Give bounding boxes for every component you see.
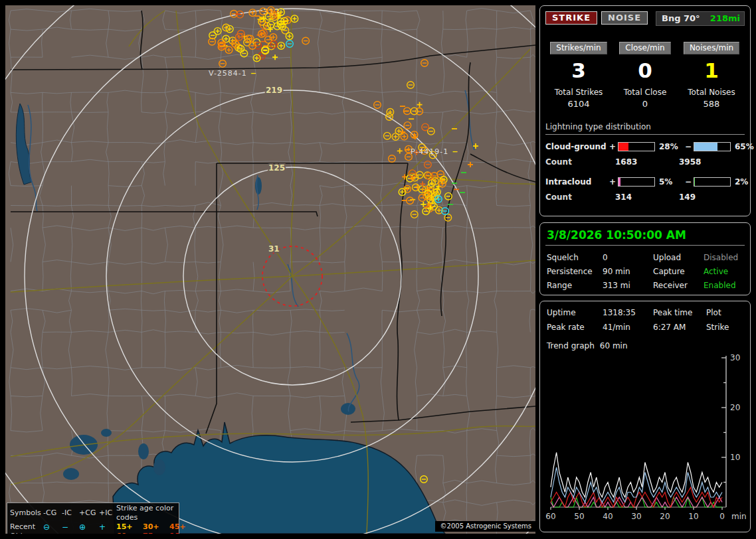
total-close-label: Total Close [612, 88, 678, 97]
strike-tab-button[interactable]: STRIKE [545, 11, 597, 25]
age-15: 15+ [116, 522, 143, 532]
y-tick-label: 30 [730, 353, 740, 362]
range-label: Range [547, 281, 603, 290]
legend-recent-label: Recent [10, 522, 43, 532]
recent-ic-minus-icon: − [62, 522, 79, 532]
old-cg-plus-icon: ⊕ [79, 532, 99, 534]
age-30: 30+ [143, 522, 169, 532]
storm-cell-label: V-2584-1− [209, 69, 257, 78]
minus-sign: − [684, 142, 692, 151]
legend-col-+cg: +CG [79, 508, 99, 518]
trend-graph-window: 60 min [600, 341, 628, 350]
x-tick-label: 0 [719, 512, 725, 521]
trend-graph-label: Trend graph [547, 341, 595, 350]
total-noises-value: 588 [678, 99, 745, 109]
legend-col-+ic: +IC [99, 508, 116, 518]
noises-per-min-chip: Noises/min [684, 42, 739, 54]
strikes-per-min-value: 3 [545, 57, 612, 84]
x-tick-label: 50 [574, 512, 584, 521]
x-axis-unit: min [731, 512, 746, 521]
ic-plus-count: 314 [615, 193, 679, 202]
map-legend: Symbols -CG -IC +CG +IC Strike age color… [7, 502, 179, 534]
cloud-ground-counts: Count 1683 3958 [545, 157, 745, 167]
y-tick-label: 20 [730, 403, 740, 412]
peak-rate-label: Peak rate [547, 323, 603, 332]
cg-minus-pct: 65% [732, 142, 756, 151]
ic-plus-bar [618, 177, 655, 187]
x-tick-label: 60 [545, 512, 555, 521]
ic-minus-count: 149 [679, 193, 752, 202]
status-panel: 3/8/2026 10:50:00 AM Squelch 0 Upload Di… [539, 222, 751, 295]
ring-label-219: 219 [266, 86, 282, 95]
receiver-label: Receiver [653, 281, 704, 290]
plus-sign: + [609, 142, 616, 151]
ic-minus-pct: 2% [732, 177, 756, 187]
age-60: 60+ [116, 532, 143, 534]
recent-cg-plus-icon: ⊕ [79, 522, 99, 532]
x-tick-label: 10 [688, 512, 698, 521]
capture-value: Active [704, 267, 745, 276]
old-ic-minus-icon: − [62, 532, 79, 534]
peak-time-label: Peak time [653, 308, 706, 317]
noise-tab-button[interactable]: NOISE [601, 11, 648, 25]
total-strikes-label: Total Strikes [545, 88, 612, 97]
ic-plus-pct: 5% [656, 177, 683, 187]
cg-plus-bar [618, 142, 655, 151]
bearing-display: Bng 70° 218mi [656, 11, 745, 26]
squelch-label: Squelch [547, 253, 603, 262]
upload-label: Upload [653, 253, 704, 262]
cg-plus-pct: 28% [656, 142, 683, 151]
intracloud-row: Intracloud + 5% − 2% [545, 177, 745, 187]
cg-minus-bar [694, 142, 731, 151]
trend-graph: 1020306050403020100min [545, 353, 746, 524]
upload-value: Disabled [704, 253, 745, 262]
lake [255, 177, 262, 194]
uptime-label: Uptime [547, 308, 603, 317]
app-window: 313 219 125 31 V-2584-1−P-4419-1− Symbol… [0, 0, 756, 539]
legend-old-label: Old [10, 532, 43, 534]
cloud-ground-row: Cloud-ground + 28% − 65% [545, 142, 745, 151]
cg-minus-bar-fill [694, 143, 717, 151]
cg-plus-bar-fill [618, 143, 628, 151]
map-canvas[interactable]: 313 219 125 31 V-2584-1−P-4419-1− [5, 5, 535, 534]
legend-age-title: Strike age color codes [116, 504, 196, 522]
ic-minus-bar-fill [694, 178, 695, 186]
age-45: 45+ [169, 522, 196, 532]
datetime-display: 3/8/2026 10:50:00 AM [545, 228, 745, 246]
recent-ic-plus-icon: + [99, 522, 116, 532]
intracloud-counts: Count 314 149 [545, 193, 745, 202]
old-cg-minus-icon: ⊖ [43, 532, 62, 534]
uptime-grid: Uptime 1318:35 Peak time Plot Peak rate … [545, 307, 745, 332]
ring-label-125: 125 [268, 163, 285, 173]
old-ic-plus-icon: + [99, 532, 116, 534]
intracloud-label: Intracloud [545, 177, 607, 187]
plot-mode-value: Strike [706, 323, 745, 332]
lake [153, 459, 165, 475]
x-tick-label: 40 [603, 512, 613, 521]
sidebar: STRIKE NOISE Bng 70° 218mi Strikes/min 3… [539, 5, 752, 534]
bearing-distance: 218mi [710, 13, 740, 23]
noises-per-min-value: 1 [678, 57, 745, 84]
peak-time-value: 6:27 AM [653, 323, 706, 332]
trend-series-total-strikes [551, 453, 722, 498]
lake [101, 429, 112, 437]
count-label: Count [545, 157, 607, 167]
legend-symbols-label: Symbols [10, 508, 43, 518]
legend-col--cg: -CG [43, 508, 62, 518]
squelch-value: 0 [603, 253, 653, 262]
ic-minus-bar [694, 177, 731, 187]
total-strikes-value: 6104 [545, 99, 612, 109]
recent-cg-minus-icon: ⊖ [43, 522, 62, 532]
peak-rate-value: 41/min [603, 323, 653, 332]
ring-label-31: 31 [268, 244, 280, 254]
cg-plus-count: 1683 [615, 157, 679, 167]
close-per-min-value: 0 [612, 57, 678, 84]
x-tick-label: 20 [660, 512, 670, 521]
plot-label: Plot [706, 308, 745, 317]
persistence-value: 90 min [603, 267, 653, 276]
lake [138, 443, 149, 459]
lake [63, 468, 79, 480]
close-per-min-chip: Close/min [619, 42, 670, 54]
capture-label: Capture [653, 267, 704, 276]
storm-map[interactable]: 313 219 125 31 V-2584-1−P-4419-1− Symbol… [5, 5, 535, 534]
